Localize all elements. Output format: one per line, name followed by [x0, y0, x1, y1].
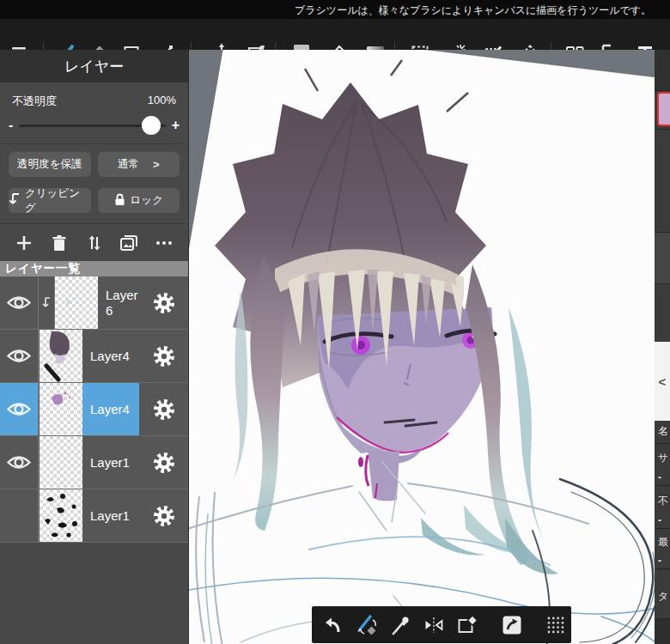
opacity-plus-button[interactable]: +	[172, 118, 180, 133]
layer-row[interactable]: Layer1	[0, 489, 188, 543]
panel-collapse-button[interactable]: <	[655, 342, 670, 421]
dock-label-name: 名	[658, 424, 668, 439]
dock-divider	[655, 232, 670, 233]
layer-thumbnail[interactable]	[55, 276, 98, 329]
dock-minus-button[interactable]: -	[658, 471, 661, 483]
dock-label-min: 最	[658, 535, 668, 550]
visibility-eye-icon[interactable]	[0, 383, 39, 435]
dock-section	[655, 619, 670, 644]
dock-section	[655, 50, 670, 90]
dock-minus-button[interactable]: -	[658, 514, 661, 526]
dock-divider	[655, 90, 670, 91]
chevron-right-icon: >	[153, 158, 160, 171]
layer-settings-gear-icon[interactable]	[139, 330, 188, 382]
main-toolbar	[0, 19, 670, 50]
layer-row[interactable]: Layer1	[0, 436, 188, 489]
lock-button[interactable]: ロック	[98, 188, 180, 213]
dock-divider	[655, 129, 670, 130]
layer-row[interactable]: Layer 6	[0, 276, 188, 330]
eyedropper-icon[interactable]	[389, 613, 411, 637]
visibility-eye-empty[interactable]	[0, 489, 39, 542]
dock-label-opacity: 不	[658, 494, 668, 508]
layer-thumbnail[interactable]	[40, 330, 82, 382]
layer-thumbnail[interactable]	[40, 489, 82, 542]
dock-section	[655, 232, 670, 283]
opacity-label: 不透明度	[12, 94, 57, 109]
layer-name: Layer 6	[98, 276, 140, 329]
delete-layer-icon[interactable]	[46, 230, 72, 256]
layer-row[interactable]: Layer4	[0, 330, 188, 383]
current-color-swatch[interactable]	[657, 92, 670, 126]
visibility-eye-icon[interactable]	[0, 330, 39, 382]
dock-divider	[655, 443, 670, 444]
layer-thumbnail[interactable]	[40, 383, 82, 435]
chevron-left-icon: <	[659, 374, 667, 389]
dock-divider	[655, 485, 670, 486]
visibility-eye-icon[interactable]	[0, 276, 39, 329]
dock-divider	[655, 568, 670, 569]
layer-row-selected[interactable]: Layer4	[0, 383, 188, 436]
tooltip-bar: ブラシツールは、様々なブラシによりキャンバスに描画を行うツールです。	[0, 0, 670, 19]
flip-horizontal-icon[interactable]	[423, 613, 445, 637]
add-layer-icon[interactable]	[11, 230, 37, 256]
layer-list-header: レイヤー一覧	[0, 261, 188, 276]
dock-label-size: サ	[658, 451, 668, 465]
layer-settings-gear-icon[interactable]	[139, 276, 188, 329]
layer-name: Layer1	[82, 436, 140, 489]
more-options-icon[interactable]	[151, 230, 177, 256]
opacity-slider-knob[interactable]	[142, 116, 161, 135]
right-dock: < 名 サ - 不 - 最 - タ	[655, 50, 670, 644]
duplicate-layer-icon[interactable]	[116, 230, 142, 256]
layer-panel: レイヤー 不透明度 100% - + 透明度を保護 通常 > クリッピング ロッ…	[0, 50, 189, 644]
layer-thumbnail[interactable]	[40, 436, 82, 489]
dock-minus-button[interactable]: -	[658, 555, 661, 567]
material-icon[interactable]	[501, 613, 523, 637]
visibility-eye-icon[interactable]	[0, 436, 39, 489]
dock-label-type: タ	[658, 589, 668, 604]
layer-panel-title: レイヤー	[0, 50, 188, 82]
protect-alpha-button[interactable]: 透明度を保護	[9, 152, 91, 177]
clear-layer-icon[interactable]	[456, 613, 478, 637]
dock-divider	[655, 283, 670, 284]
layer-list-toolbar	[0, 224, 188, 261]
reorder-layers-icon[interactable]	[82, 230, 107, 256]
blend-mode-button[interactable]: 通常 >	[98, 152, 180, 177]
canvas[interactable]	[189, 50, 655, 644]
clip-indicator-icon	[38, 276, 55, 329]
layer-settings-gear-icon[interactable]	[139, 383, 188, 435]
opacity-slider[interactable]	[19, 125, 165, 127]
tooltip-text: ブラシツールは、様々なブラシによりキャンバスに描画を行うツールです。	[295, 3, 651, 18]
opacity-value: 100%	[148, 94, 176, 109]
dock-divider	[655, 528, 670, 529]
layer-name: Layer1	[82, 489, 140, 542]
drag-handle-icon[interactable]	[545, 613, 566, 637]
layer-settings-gear-icon[interactable]	[139, 489, 188, 542]
clipping-button[interactable]: クリッピング	[9, 188, 91, 213]
clipping-icon	[9, 192, 20, 209]
opacity-minus-button[interactable]: -	[9, 118, 13, 133]
layer-name: Layer4	[82, 330, 140, 382]
lock-icon	[114, 193, 125, 209]
undo-icon[interactable]	[320, 613, 343, 637]
canvas-artwork	[189, 50, 655, 644]
brush-eraser-toggle-icon[interactable]	[354, 613, 378, 637]
layer-settings-gear-icon[interactable]	[139, 436, 188, 489]
layer-name: Layer4	[82, 383, 140, 435]
bottom-toolbar	[312, 606, 571, 643]
